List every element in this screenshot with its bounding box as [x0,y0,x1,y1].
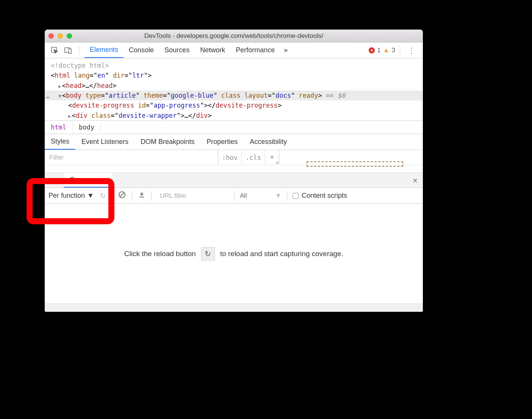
svg-rect-5 [139,197,144,197]
separator [100,123,101,132]
dom-devsite-wrapper[interactable]: ▶<div class="devsite-wrapper">…</div> [45,111,423,120]
hov-button[interactable]: :hov [218,150,242,165]
tab-network[interactable]: Network [195,42,230,58]
separator [234,191,235,200]
tab-accessibility[interactable]: Accessibility [244,134,293,150]
box-model-section [307,161,403,167]
coverage-type-label: Per function [49,192,85,200]
window-footer [45,303,423,312]
traffic-lights [49,33,72,39]
separator [132,191,132,200]
warning-icon[interactable]: ▲ [383,47,390,54]
close-tab-icon[interactable]: × [102,176,106,184]
styles-filter-input[interactable] [45,150,218,165]
reload-button[interactable]: ↻ [201,247,215,261]
new-style-rule-button[interactable]: +◢ [265,150,279,165]
hint-text-after: to reload and start capturing coverage. [220,250,343,258]
window-title: DevTools - developers.google.com/web/too… [45,32,423,40]
tab-dom-breakpoints[interactable]: DOM Breakpoints [135,134,200,150]
error-count: 1 [377,47,380,54]
content-scripts-toggle[interactable]: Content scripts [293,192,347,200]
status-indicators: × 1 ▲ 3 ⋮ [369,46,418,55]
error-icon[interactable]: × [369,47,375,53]
device-toolbar-icon[interactable] [63,47,74,54]
close-drawer-icon[interactable]: × [413,176,418,186]
clear-icon[interactable] [117,190,127,201]
maximize-window-button[interactable] [67,33,72,39]
svg-rect-2 [69,49,71,53]
close-window-button[interactable] [49,33,54,39]
tab-event-listeners[interactable]: Event Listeners [75,134,135,150]
coverage-empty-state: Click the reload button ↻ to reload and … [45,204,423,303]
devtools-window: DevTools - developers.google.com/web/too… [45,30,423,312]
cls-button[interactable]: .cls [242,150,265,165]
reload-icon[interactable]: ↻ [99,191,106,201]
coverage-type-dropdown[interactable]: Per function ▼ [49,192,94,200]
inspect-element-icon[interactable] [49,47,60,54]
tab-console[interactable]: Console [124,42,159,58]
separator [400,46,400,55]
filter-type-label: All [240,192,247,200]
tab-performance[interactable]: Performance [230,42,280,58]
separator [112,191,112,200]
coverage-toolbar: Per function ▼ ↻ All ▼ Content scripts [45,188,423,204]
breadcrumb-body[interactable]: body [73,121,100,134]
breadcrumb-html[interactable]: html [45,121,72,134]
dom-devsite-progress[interactable]: <devsite-progress id="app-progress"></de… [45,100,423,110]
window-titlebar: DevTools - developers.google.com/web/too… [45,30,423,42]
tab-styles[interactable]: Styles [45,134,75,150]
settings-kebab-icon[interactable]: ⋮ [405,46,418,55]
main-toolbar: Elements Console Sources Network Perform… [45,42,423,58]
dom-head[interactable]: ▶<head>…</head> [45,81,423,91]
styles-body [45,165,423,173]
styles-tab-strip: Styles Event Listeners DOM Breakpoints P… [45,134,423,150]
hint-text-before: Click the reload button [124,250,196,258]
filter-type-dropdown[interactable]: All ▼ [240,192,282,200]
chevron-down-icon: ▼ [275,192,282,200]
separator [287,191,287,200]
dom-html-open[interactable]: <html lang="en" dir="ltr"> [45,70,423,80]
url-filter-input[interactable] [157,192,229,200]
dom-tree: <!doctype html> <html lang="en" dir="ltr… [45,58,423,120]
tab-coverage-label: Coverage [70,176,99,184]
dom-body-selected[interactable]: … ▼<body type="article" theme="google-bl… [45,91,423,100]
tab-properties[interactable]: Properties [200,134,244,150]
tab-sources[interactable]: Sources [159,42,195,58]
dom-doctype[interactable]: <!doctype html> [45,61,423,70]
breadcrumb: html body [45,120,423,134]
minimize-window-button[interactable] [58,33,63,39]
chevron-down-icon: ▼ [87,192,94,200]
separator [79,46,79,55]
separator [151,191,152,200]
checkbox-icon[interactable] [293,193,299,199]
content-scripts-label: Content scripts [302,192,347,200]
main-tab-strip: Elements Console Sources Network Perform… [84,42,291,58]
svg-line-4 [120,192,124,197]
export-icon[interactable] [138,191,146,201]
tab-coverage[interactable]: Coverage × [64,173,113,188]
tab-elements[interactable]: Elements [84,42,124,58]
warning-count: 3 [392,47,395,54]
more-tabs-button[interactable]: » [280,46,291,54]
drawer-tab-strip: Coverage × × [45,173,423,188]
